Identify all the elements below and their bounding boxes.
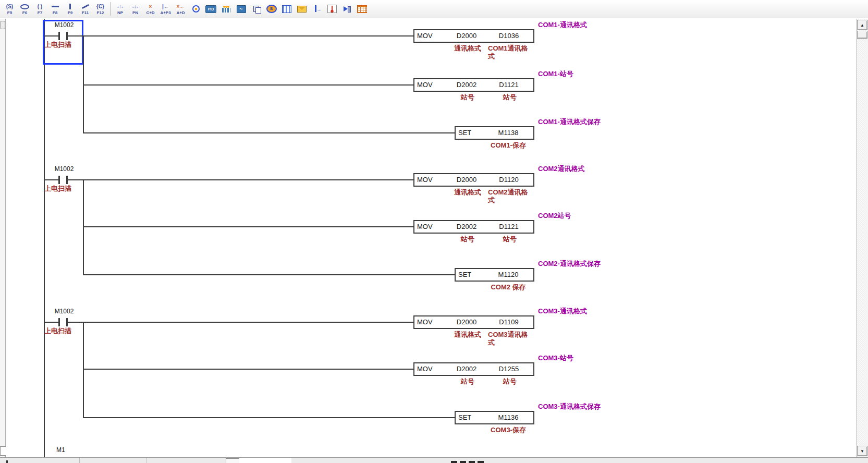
io-branch-button[interactable] xyxy=(309,1,324,17)
counter-c-icon: {C} xyxy=(96,3,105,10)
operand-source: D2000 xyxy=(439,316,494,328)
rising-pulse-np-button[interactable]: -↑- NP xyxy=(113,1,128,17)
s-badge-icon: S xyxy=(266,5,277,13)
operand-comment: 站号 xyxy=(487,235,532,243)
instruction-box-mov[interactable]: MOV D2000 D1109 xyxy=(413,315,534,329)
delete-cell-cd-button[interactable]: × C+D xyxy=(143,1,158,17)
coil-icon xyxy=(20,3,29,10)
orange-grid-icon xyxy=(357,5,367,13)
scrollbar-thumb[interactable] xyxy=(857,31,867,39)
device-grid-button[interactable] xyxy=(354,1,370,17)
instruction-box-mov[interactable]: MOV D2002 D1255 xyxy=(413,362,534,376)
rung-comment: COM1-通讯格式保存 xyxy=(538,118,601,126)
pid-icon: PID xyxy=(205,5,216,13)
operand-source: D2002 xyxy=(439,79,494,91)
table-columns-icon xyxy=(282,5,291,13)
up-arrow-icon: ▲ xyxy=(860,23,864,28)
statusbar-mark xyxy=(6,460,8,463)
toolbar-button-label: F8 xyxy=(53,10,57,15)
waveform-button[interactable]: ~ xyxy=(234,1,249,17)
temperature-button[interactable] xyxy=(324,1,339,17)
operand-dest: D1255 xyxy=(486,363,531,375)
operand-comment: COM3-保存 xyxy=(477,426,540,434)
panel-corner-box-top xyxy=(1,21,5,29)
rung-comment: COM3-通讯格式保存 xyxy=(538,403,601,411)
delete-left-arrow-icon: ×← xyxy=(177,3,185,10)
device-table-button[interactable] xyxy=(279,1,294,17)
left-power-rail xyxy=(44,19,45,457)
toolbar-group-right: -↑- NP -↓- PN × C+D |← A+P3 ×← A+D xyxy=(113,1,370,17)
rung-comment: COM2-通讯格式保存 xyxy=(538,260,601,268)
output-parens-f7-button[interactable]: ( ) F7 xyxy=(32,1,47,17)
parentheses-icon: ( ) xyxy=(36,3,44,10)
rung-comment: COM1-站号 xyxy=(538,70,573,78)
coil-f6-button[interactable]: F6 xyxy=(17,1,32,17)
instruction-name: MOV xyxy=(417,316,433,328)
horizontal-line-f8-button[interactable]: F8 xyxy=(47,1,63,17)
contact-comment: 上电扫描 xyxy=(44,41,71,48)
instruction-box-set[interactable]: SET M1136 xyxy=(455,411,534,424)
instruction-name: SET xyxy=(458,269,471,281)
operand-dest: D1036 xyxy=(486,30,531,42)
s-badge-button[interactable]: S xyxy=(264,1,279,17)
counter-coil-f12-button[interactable]: {C} F12 xyxy=(93,1,108,17)
scroll-up-button[interactable]: ▲ xyxy=(857,20,867,30)
operand-source: D2002 xyxy=(439,363,494,375)
step-ladder-f5-button[interactable]: (S) F5 xyxy=(2,1,17,17)
instruction-box-mov[interactable]: MOV D2002 D1121 xyxy=(413,78,534,92)
operand-source: D2000 xyxy=(439,174,494,186)
statusbar-field xyxy=(239,458,291,463)
insert-row-aps-button[interactable]: |← A+P3 xyxy=(158,1,173,17)
message-button[interactable] xyxy=(294,1,309,17)
operand-dest: D1121 xyxy=(486,221,531,233)
operand-source: D2002 xyxy=(439,221,494,233)
vertical-scrollbar-track[interactable] xyxy=(857,19,868,457)
status-bar xyxy=(0,457,868,463)
pid-button[interactable]: PID xyxy=(203,1,218,17)
operand-comment: COM3通讯格式 xyxy=(488,331,531,346)
vertical-line-f9-button[interactable]: F9 xyxy=(63,1,78,17)
instruction-box-set[interactable]: SET M1138 xyxy=(455,126,534,140)
delete-row-ad-button[interactable]: ×← A+D xyxy=(173,1,188,17)
wire xyxy=(44,322,413,323)
operand-dest: M1136 xyxy=(485,412,532,423)
timer-icon xyxy=(192,5,200,13)
statusbar-separator xyxy=(146,458,146,463)
operand-comment: 通讯格式 xyxy=(443,44,493,52)
instruction-box-mov[interactable]: MOV D2000 D1036 xyxy=(413,29,534,43)
delete-line-f11-button[interactable]: F11 xyxy=(78,1,93,17)
wire xyxy=(83,274,455,275)
toolbar-button-label: C+D xyxy=(146,10,154,15)
toolbar-button-label: F9 xyxy=(68,10,72,15)
operand-comment: COM1通讯格式 xyxy=(488,44,531,60)
contact-comment: 上电扫描 xyxy=(44,327,71,335)
run-monitor-button[interactable] xyxy=(339,1,354,17)
instruction-name: MOV xyxy=(417,30,433,42)
toolbar-group-left: (S) F5 F6 ( ) F7 F8 F9 xyxy=(2,1,108,17)
toolbar-button-label: A+P3 xyxy=(160,10,170,15)
copy-program-button[interactable] xyxy=(249,1,264,17)
contact-device-label: M1002 xyxy=(49,165,79,173)
wire xyxy=(83,369,413,370)
scroll-down-button[interactable]: ▼ xyxy=(857,446,867,456)
statusbar-separator xyxy=(79,458,80,463)
toolbar-button-label: NP xyxy=(117,10,123,15)
rung-comment: COM1-通讯格式 xyxy=(538,21,587,29)
rung-comment: COM2站号 xyxy=(538,212,571,220)
wire xyxy=(44,179,413,180)
rung-comment: COM3-站号 xyxy=(538,354,573,362)
instruction-box-set[interactable]: SET M1120 xyxy=(455,268,534,282)
timer-button[interactable] xyxy=(188,1,203,17)
thermometer-icon xyxy=(327,5,337,13)
insert-left-arrow-icon: |← xyxy=(162,3,170,10)
toolbar-button-label: F5 xyxy=(7,10,12,15)
branch-arrow-icon xyxy=(313,5,321,13)
falling-pulse-pn-button[interactable]: -↓- PN xyxy=(128,1,143,17)
statusbar-button[interactable] xyxy=(226,458,240,463)
module-wizard-button[interactable] xyxy=(218,1,234,17)
instruction-box-mov[interactable]: MOV D2000 D1120 xyxy=(413,173,534,187)
wire xyxy=(83,132,455,133)
operand-comment: 站号 xyxy=(487,93,532,101)
toolbar-button-label: PN xyxy=(132,10,138,15)
instruction-box-mov[interactable]: MOV D2002 D1121 xyxy=(413,220,534,234)
